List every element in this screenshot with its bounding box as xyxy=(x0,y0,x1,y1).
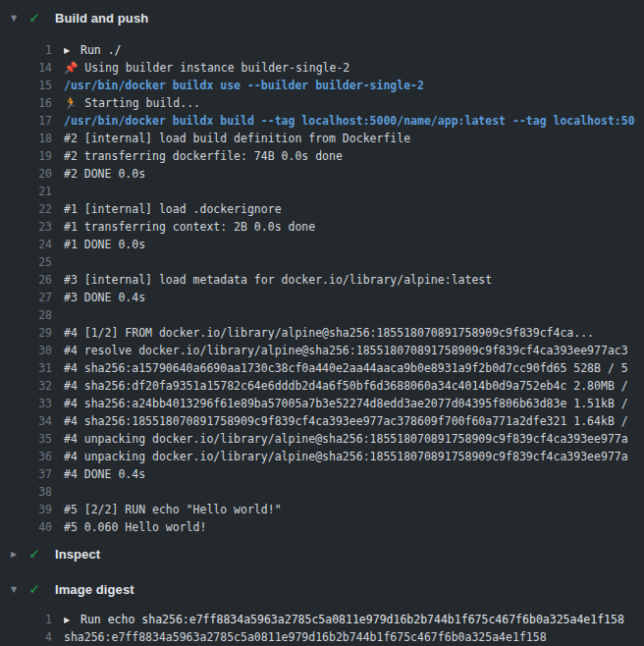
log-text: #1 [internal] load .dockerignore xyxy=(64,200,644,218)
log-text: #3 DONE 0.4s xyxy=(64,289,644,306)
log-line: 1▶Run echo sha256:e7ff8834a5963a2785c5a0… xyxy=(0,611,644,628)
log-line: 26#3 [internal] load metadata for docker… xyxy=(0,271,644,289)
log-text: #4 sha256:a24bb4013296f61e89ba57005a7b3e… xyxy=(64,395,644,412)
log-text: #1 transferring context: 2B 0.0s done xyxy=(64,218,644,236)
success-check-icon: ✓ xyxy=(23,546,46,562)
log-text: 📌 Using builder instance builder-single-… xyxy=(64,59,644,77)
log-text: #4 resolve docker.io/library/alpine@sha2… xyxy=(64,342,644,359)
log-text: #4 unpacking docker.io/library/alpine@sh… xyxy=(64,430,644,448)
log-line: 18#2 [internal] load build definition fr… xyxy=(0,130,644,147)
chevron-down-icon[interactable]: ▼ xyxy=(5,585,23,594)
log-text xyxy=(64,183,644,200)
log-line: 30#4 resolve docker.io/library/alpine@sh… xyxy=(0,342,644,359)
log-line: 1▶Run ./ xyxy=(0,41,644,59)
log-text: #4 sha256:df20fa9351a15782c64e6dddb2d4a6… xyxy=(64,377,644,395)
line-number[interactable]: 24 xyxy=(0,236,64,253)
log-line: 33#4 sha256:a24bb4013296f61e89ba57005a7b… xyxy=(0,395,644,412)
line-number[interactable]: 35 xyxy=(0,430,64,448)
line-number[interactable]: 15 xyxy=(0,77,64,94)
log-text: #4 sha256:a15790640a6690aa1730c38cf0a440… xyxy=(64,359,644,377)
line-number[interactable]: 17 xyxy=(0,112,64,130)
log-text xyxy=(64,483,644,501)
line-number[interactable]: 36 xyxy=(0,448,64,465)
line-number[interactable]: 27 xyxy=(0,289,64,306)
log-text: 🏃 Starting build... xyxy=(64,94,644,112)
log-text: #2 transferring dockerfile: 74B 0.0s don… xyxy=(64,147,644,165)
line-number[interactable]: 29 xyxy=(0,324,64,342)
line-number[interactable]: 39 xyxy=(0,501,64,518)
chevron-down-icon[interactable]: ▼ xyxy=(5,14,23,23)
line-number[interactable]: 20 xyxy=(0,165,64,183)
actions-log-viewer: ▼ ✓ Build and push 1▶Run ./14📌 Using bui… xyxy=(0,0,644,646)
log-line: 15/usr/bin/docker buildx use --builder b… xyxy=(0,77,644,94)
log-text: #4 unpacking docker.io/library/alpine@sh… xyxy=(64,448,644,465)
log-text: #1 DONE 0.0s xyxy=(64,236,644,253)
line-number[interactable]: 40 xyxy=(0,518,64,536)
log-text: #4 DONE 0.4s xyxy=(64,465,644,483)
log-line: 17/usr/bin/docker buildx build --tag loc… xyxy=(0,112,644,130)
section-title-image-digest: Image digest xyxy=(55,582,134,597)
section-header-inspect[interactable]: ▶ ✓ Inspect xyxy=(0,536,644,571)
command-text: /usr/bin/docker buildx build --tag local… xyxy=(64,112,644,130)
log-text: #3 [internal] load metadata for docker.i… xyxy=(64,271,644,289)
log-line: 23#1 transferring context: 2B 0.0s done xyxy=(0,218,644,236)
line-number[interactable]: 25 xyxy=(0,253,64,271)
log-line: 39#5 [2/2] RUN echo "Hello world!" xyxy=(0,501,644,518)
log-line: 14📌 Using builder instance builder-singl… xyxy=(0,59,644,77)
line-number[interactable]: 30 xyxy=(0,342,64,359)
line-number[interactable]: 1 xyxy=(0,41,64,59)
success-check-icon: ✓ xyxy=(23,10,46,26)
log-line: 4sha256:e7ff8834a5963a2785c5a0811e979d16… xyxy=(0,628,644,646)
log-line: 37#4 DONE 0.4s xyxy=(0,465,644,483)
line-number[interactable]: 22 xyxy=(0,200,64,218)
log-line: 38 xyxy=(0,483,644,501)
log-text xyxy=(64,306,644,324)
line-number[interactable]: 33 xyxy=(0,395,64,412)
log-line: 35#4 unpacking docker.io/library/alpine@… xyxy=(0,430,644,448)
log-line: 21 xyxy=(0,183,644,200)
line-number[interactable]: 34 xyxy=(0,412,64,430)
section-header-build-and-push[interactable]: ▼ ✓ Build and push xyxy=(0,0,644,35)
log-line: 32#4 sha256:df20fa9351a15782c64e6dddb2d4… xyxy=(0,377,644,395)
line-number[interactable]: 38 xyxy=(0,483,64,501)
line-number[interactable]: 28 xyxy=(0,306,64,324)
line-number[interactable]: 37 xyxy=(0,465,64,483)
log-line: 22#1 [internal] load .dockerignore xyxy=(0,200,644,218)
line-number[interactable]: 31 xyxy=(0,359,64,377)
section-title-inspect: Inspect xyxy=(55,547,100,562)
run-command-text: ▶Run echo sha256:e7ff8834a5963a2785c5a08… xyxy=(64,611,644,628)
log-text: #2 [internal] load build definition from… xyxy=(64,130,644,147)
command-text: /usr/bin/docker buildx use --builder bui… xyxy=(64,77,644,94)
line-number[interactable]: 18 xyxy=(0,130,64,147)
line-number[interactable]: 21 xyxy=(0,183,64,200)
line-number[interactable]: 16 xyxy=(0,94,64,112)
log-line: 27#3 DONE 0.4s xyxy=(0,289,644,306)
log-text: sha256:e7ff8834a5963a2785c5a0811e979d16b… xyxy=(64,628,644,646)
line-number[interactable]: 1 xyxy=(0,611,64,628)
log-line: 19#2 transferring dockerfile: 74B 0.0s d… xyxy=(0,147,644,165)
log-text: #5 [2/2] RUN echo "Hello world!" xyxy=(64,501,644,518)
log-line: 40#5 0.060 Hello world! xyxy=(0,518,644,536)
line-number[interactable]: 14 xyxy=(0,59,64,77)
line-number[interactable]: 32 xyxy=(0,377,64,395)
line-number[interactable]: 19 xyxy=(0,147,64,165)
log-line: 25 xyxy=(0,253,644,271)
log-lines-build-and-push: 1▶Run ./14📌 Using builder instance build… xyxy=(0,35,644,536)
log-text: #2 DONE 0.0s xyxy=(64,165,644,183)
log-line: 36#4 unpacking docker.io/library/alpine@… xyxy=(0,448,644,465)
run-command-text: ▶Run ./ xyxy=(64,41,644,59)
line-number[interactable]: 26 xyxy=(0,271,64,289)
line-number[interactable]: 23 xyxy=(0,218,64,236)
section-header-image-digest[interactable]: ▼ ✓ Image digest xyxy=(0,571,644,607)
chevron-right-icon[interactable]: ▶ xyxy=(5,550,23,559)
log-line: 24#1 DONE 0.0s xyxy=(0,236,644,253)
expand-command-icon[interactable]: ▶ xyxy=(64,42,80,60)
log-line: 34#4 sha256:185518070891758909c9f839cf4c… xyxy=(0,412,644,430)
line-number[interactable]: 4 xyxy=(0,628,64,646)
section-title-build-and-push: Build and push xyxy=(55,11,148,26)
expand-command-icon[interactable]: ▶ xyxy=(64,612,80,629)
log-line: 31#4 sha256:a15790640a6690aa1730c38cf0a4… xyxy=(0,359,644,377)
log-text: #5 0.060 Hello world! xyxy=(64,518,644,536)
log-text: #4 [1/2] FROM docker.io/library/alpine@s… xyxy=(64,324,644,342)
log-line: 20#2 DONE 0.0s xyxy=(0,165,644,183)
